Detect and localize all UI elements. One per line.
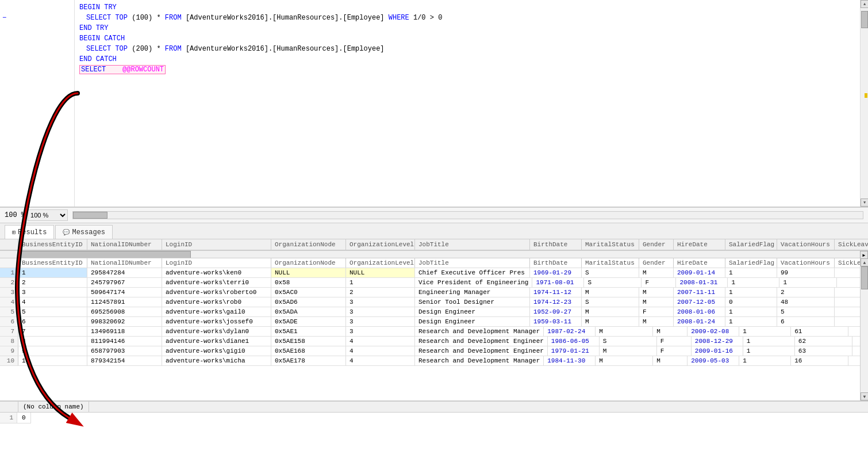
cell-birthdate: 1986-06-05	[548, 337, 600, 346]
zoom-select[interactable]: 100 %	[28, 209, 68, 221]
inner-col-sickleavehours: SickLeaveHours	[835, 258, 860, 268]
col-maritalstatus: MaritalStatus	[582, 239, 639, 250]
row-num-header	[0, 239, 18, 250]
v-scroll-thumb[interactable]	[861, 266, 868, 289]
main-container: − − BEGIN TRY SELECT TOP (100) * FROM [A…	[0, 0, 868, 458]
cell-hiredate: 2007-11-11	[674, 288, 725, 297]
no-column-name-header: (No column name)	[18, 402, 89, 412]
cell-orglevel: 1	[346, 278, 415, 287]
cell-hiredate: 2009-05-03	[688, 356, 739, 365]
cell-jobtitle: Engineering Manager	[415, 288, 530, 297]
h-scrollbar-track[interactable]	[18, 251, 860, 258]
cell-loginid: adventure-works\dylan0	[162, 327, 271, 336]
cell-gender: M	[653, 356, 688, 365]
kw-catch: CATCH	[104, 35, 125, 43]
cell-vacationhours: 99	[777, 268, 835, 277]
cell-orgnode: 0x5ADA	[271, 307, 346, 316]
cell-maritalstatus: M	[582, 307, 639, 316]
cell-loginid: adventure-works\gail0	[162, 307, 271, 316]
results-tab-label: Results	[18, 228, 47, 236]
cell-orgnode: 0x5AE1	[271, 327, 346, 336]
cell-businessentityid: 6	[18, 317, 87, 326]
cell-nationalidnumber: 998320692	[87, 317, 162, 326]
col-orglevel: OrganizationLevel	[346, 239, 415, 250]
col-orgnode: OrganizationNode	[271, 239, 346, 250]
row-num-cell: 8	[0, 337, 18, 346]
col-hiredate: HireDate	[674, 239, 725, 250]
editor-scrollbar[interactable]: ▲ ▼	[860, 0, 868, 207]
inner-col-jobtitle: JobTitle	[415, 258, 530, 268]
cell-gender: M	[639, 317, 674, 326]
cell-birthdate: 1987-02-24	[544, 327, 596, 336]
cell-jobtitle: Design Engineer	[415, 307, 530, 316]
main-results-section: BusinessEntityID NationalIDNumber LoginI…	[0, 239, 868, 400]
cell-businessentityid: 9	[18, 346, 87, 356]
col-sickleavehours: SickLeaveHours	[835, 239, 868, 250]
table-row: 4 4 112457891 adventure-works\rob0 0x5AD…	[0, 297, 860, 307]
cell-birthdate: 1984-11-30	[544, 356, 596, 365]
data-rows-scroll[interactable]: BusinessEntityID NationalIDNumber LoginI…	[0, 258, 860, 400]
top-h-scrollbar[interactable]: ▶	[0, 250, 868, 258]
tab-results[interactable]: ⊞ Results	[5, 225, 54, 239]
cell-businessentityid: 8	[18, 337, 87, 346]
cell-orglevel: 3	[346, 297, 415, 307]
tab-messages[interactable]: 💬 Messages	[55, 225, 113, 239]
cell-maritalstatus: M	[596, 356, 653, 365]
scroll-thumb[interactable]	[861, 11, 868, 28]
messages-icon: 💬	[63, 229, 70, 236]
kw-begin: BEGIN	[79, 3, 100, 12]
scroll-up-btn[interactable]: ▲	[861, 0, 868, 8]
scroll-track	[861, 8, 868, 207]
inner-col-nationalidnumber: NationalIDNumber	[87, 258, 162, 268]
messages-tab-label: Messages	[72, 228, 105, 236]
h-scroll-right-btn[interactable]: ▶	[860, 251, 868, 259]
cell-loginid: adventure-works\terri0	[162, 278, 271, 287]
cell-loginid: adventure-works\ken0	[162, 268, 271, 277]
yellow-position-mark	[865, 93, 867, 98]
v-scroll-up-btn[interactable]: ▲	[861, 258, 868, 266]
table-row: 6 6 998320692 adventure-works\jossef0 0x…	[0, 317, 860, 327]
kw-rowcount: @@ROWCOUNT	[122, 66, 164, 74]
cell-orgnode: 0x5AE178	[271, 356, 346, 365]
v-scroll-down-btn[interactable]: ▼	[861, 392, 868, 400]
cell-gender: F	[657, 346, 692, 356]
kw-where: WHERE	[389, 14, 409, 22]
table-row: 10 10 879342154 adventure-works\micha 0x…	[0, 356, 860, 366]
editor-h-scrollbar[interactable]	[72, 211, 863, 219]
cell-maritalstatus: S	[584, 278, 642, 287]
cell-orgnode: 0x5AE158	[271, 337, 346, 346]
v-scrollbar-results[interactable]: ▲ ▼	[860, 258, 868, 400]
cell-gender: M	[653, 327, 688, 336]
cell-jobtitle: Senior Tool Designer	[415, 297, 530, 307]
scroll-down-btn[interactable]: ▼	[861, 199, 868, 207]
cell-maritalstatus: M	[596, 327, 653, 336]
cell-gender: F	[642, 278, 676, 287]
cell-jobtitle: Vice President of Engineering	[415, 278, 532, 287]
table-row: 5 5 695256908 adventure-works\gail0 0x5A…	[0, 307, 860, 317]
row-num-cell: 2	[0, 278, 18, 287]
collapse-button[interactable]: −	[2, 14, 6, 22]
sql-code-area[interactable]: − BEGIN TRY SELECT TOP (100) * FROM [Adv…	[75, 0, 860, 207]
col-birthdate: BirthDate	[530, 239, 582, 250]
h-scroll-thumb[interactable]	[73, 212, 107, 219]
row-num-cell: 10	[0, 356, 18, 365]
inner-col-hiredate: HireDate	[674, 258, 725, 268]
cell-maritalstatus: S	[582, 268, 639, 277]
cell-loginid: adventure-works\rob0	[162, 297, 271, 307]
inner-col-maritalstatus: MaritalStatus	[582, 258, 639, 268]
cell-orgnode: NULL	[271, 268, 346, 277]
cell-salariedflag: 1	[743, 346, 795, 356]
kw-select3: SELECT	[81, 66, 106, 74]
h-scrollbar-thumb-main[interactable]	[18, 251, 191, 258]
cell-maritalstatus: M	[582, 317, 639, 326]
cell-vacationhours: 6	[777, 317, 835, 326]
cell-nationalidnumber: 134969118	[87, 327, 162, 336]
inner-col-orglevel: OrganizationLevel	[346, 258, 415, 268]
table-row: 7 7 134969118 adventure-works\dylan0 0x5…	[0, 327, 860, 337]
second-result-set: (No column name) 1 0	[0, 400, 868, 458]
table-ref2: [AdventureWorks2016].[HumanResources].[E…	[186, 45, 385, 53]
row-num-cell: 4	[0, 297, 18, 307]
row-num-cell: 5	[0, 307, 18, 316]
cell-nationalidnumber: 658797903	[87, 346, 162, 356]
kw-catch2: CATCH	[96, 55, 117, 63]
